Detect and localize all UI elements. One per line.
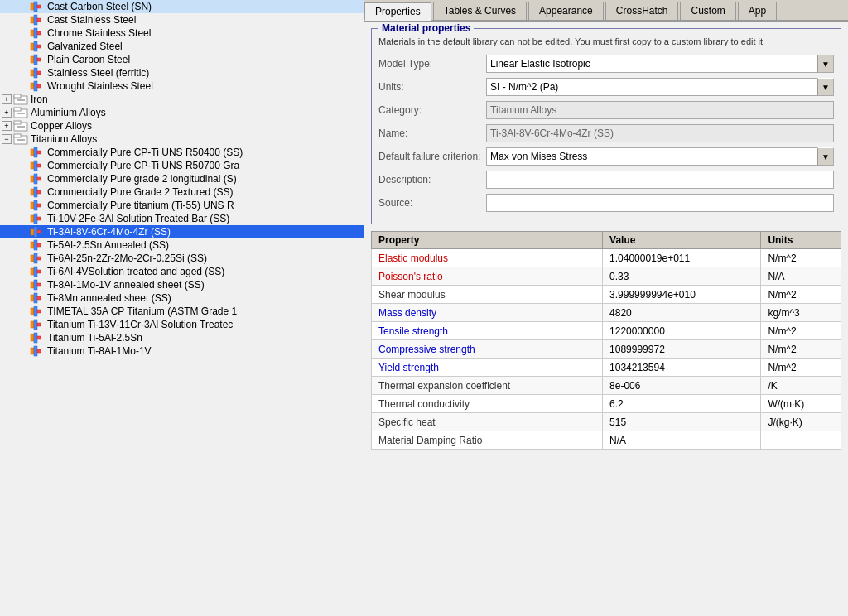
svg-rect-22: [14, 94, 21, 98]
svg-rect-2: [37, 5, 41, 8]
item-label: TIMETAL 35A CP Titanium (ASTM Grade 1: [47, 306, 237, 317]
name-row: Name:: [378, 124, 834, 142]
tree-item-aluminium-alloys[interactable]: + Aluminium Alloys: [0, 106, 364, 119]
table-row: Compressive strength1089999972N/m^2: [372, 340, 841, 359]
property-value-cell: 6.2: [603, 395, 761, 413]
svg-rect-5: [37, 18, 41, 22]
group-icon: [13, 94, 28, 105]
expand-btn-titanium-alloys[interactable]: −: [2, 134, 12, 144]
category-field[interactable]: [486, 101, 834, 119]
table-header-row: PropertyValueUnits: [372, 232, 841, 249]
svg-rect-76: [34, 333, 37, 343]
tree-item-copper-alloys[interactable]: + Copper Alloys: [0, 119, 364, 132]
tree-item-plain-carbon-steel[interactable]: Plain Carbon Steel: [0, 53, 364, 66]
svg-rect-28: [14, 121, 21, 124]
tree-item-timetal-35a[interactable]: TIMETAL 35A CP Titanium (ASTM Grade 1: [0, 305, 364, 318]
svg-rect-44: [37, 190, 41, 194]
name-control: [486, 124, 834, 142]
tree-item-cp-grade2-textured[interactable]: Commercially Pure Grade 2 Textured (SS): [0, 185, 364, 199]
tree-item-cast-stainless-steel[interactable]: Cast Stainless Steel: [0, 13, 364, 26]
svg-rect-33: [31, 149, 34, 156]
material-icon: [30, 80, 45, 92]
tree-item-ti-5al-25sn[interactable]: Ti-5Al-2.5Sn Annealed (SS): [0, 238, 364, 252]
item-label: Stainless Steel (ferritic): [47, 67, 149, 79]
tree-item-titanium-ti13v[interactable]: Titanium Ti-13V-11Cr-3Al Solution Treate…: [0, 318, 364, 331]
expand-btn-copper-alloys[interactable]: +: [2, 121, 12, 131]
group-icon: [13, 107, 28, 118]
tree-item-cp-grade2-long[interactable]: Commercially Pure grade 2 longitudinal (…: [0, 172, 364, 185]
model-type-value[interactable]: Linear Elastic Isotropic: [486, 55, 817, 73]
tree-item-chrome-stainless-steel[interactable]: Chrome Stainless Steel: [0, 26, 364, 40]
tree-item-ti-10v-2fe[interactable]: Ti-10V-2Fe-3Al Solution Treated Bar (SS): [0, 212, 364, 225]
item-label: Cast Stainless Steel: [47, 14, 136, 26]
tree-item-cp-titanium-ti55[interactable]: Commercially Pure titanium (Ti-55) UNS R: [0, 199, 364, 212]
tree-item-ti-6al-25n[interactable]: Ti-6Al-25n-2Zr-2Mo-2Cr-0.25Si (SS): [0, 252, 364, 265]
tab-crosshatch[interactable]: CrossHatch: [605, 2, 679, 20]
col-header-value: Value: [603, 232, 761, 249]
tab-appearance[interactable]: Appearance: [528, 2, 604, 20]
property-name-cell: Poisson's ratio: [372, 267, 603, 286]
table-row: Specific heat515J/(kg·K): [372, 413, 841, 431]
tab-app[interactable]: App: [738, 2, 777, 20]
expand-btn-iron[interactable]: +: [2, 94, 12, 104]
property-name-cell: Shear modulus: [372, 286, 603, 304]
source-field[interactable]: [486, 194, 834, 212]
item-label: Commercially Pure grade 2 longitudinal (…: [47, 173, 237, 185]
tree-item-wrought-stainless-steel[interactable]: Wrought Stainless Steel: [0, 79, 364, 93]
svg-rect-47: [37, 204, 41, 207]
units-dropdown-arrow[interactable]: ▼: [817, 78, 834, 96]
tree-item-cp-ti-r50400[interactable]: Commercially Pure CP-Ti UNS R50400 (SS): [0, 146, 364, 159]
model-type-row: Model Type: Linear Elastic Isotropic ▼: [378, 55, 834, 73]
tree-item-ti-8mn[interactable]: Ti-8Mn annealed sheet (SS): [0, 291, 364, 305]
units-control[interactable]: SI - N/m^2 (Pa) ▼: [486, 78, 834, 96]
svg-rect-75: [31, 334, 34, 341]
failure-row: Default failure criterion: Max von Mises…: [378, 147, 834, 166]
property-value-cell: 1220000000: [603, 322, 761, 340]
tree-item-iron[interactable]: + Iron: [0, 93, 364, 106]
group-icon: [13, 133, 28, 145]
svg-rect-58: [34, 253, 37, 263]
svg-rect-55: [34, 240, 37, 250]
name-field[interactable]: [486, 124, 834, 142]
tab-custom[interactable]: Custom: [680, 2, 735, 20]
tree-item-ti-6al-4v[interactable]: Ti-6Al-4VSolution treated and aged (SS): [0, 265, 364, 278]
svg-rect-41: [37, 177, 41, 180]
model-type-dropdown-arrow[interactable]: ▼: [817, 55, 834, 73]
svg-rect-80: [37, 349, 41, 353]
material-icon: [30, 239, 45, 251]
property-units-cell: N/m^2: [761, 322, 841, 340]
tree-item-cp-ti-r50700[interactable]: Commercially Pure CP-Ti UNS R50700 Gra: [0, 159, 364, 172]
tree-item-cast-carbon-steel[interactable]: Cast Carbon Steel (SN): [0, 0, 364, 13]
category-label: Category:: [378, 104, 486, 116]
item-label: Ti-6Al-25n-2Zr-2Mo-2Cr-0.25Si (SS): [47, 253, 207, 264]
failure-label: Default failure criterion:: [378, 151, 486, 162]
description-field[interactable]: [486, 171, 834, 189]
svg-rect-39: [31, 176, 34, 182]
tab-tables-curves[interactable]: Tables & Curves: [433, 2, 527, 20]
tree-item-titanium-ti5al[interactable]: Titanium Ti-5Al-2.5Sn: [0, 331, 364, 344]
svg-rect-54: [31, 242, 34, 248]
svg-rect-65: [37, 283, 41, 286]
left-panel: Cast Carbon Steel (SN) Cast Stainless St…: [0, 0, 364, 616]
tree-item-galvanized-steel[interactable]: Galvanized Steel: [0, 40, 364, 53]
tree-item-ti-8al-1mo[interactable]: Ti-8Al-1Mo-1V annealed sheet (SS): [0, 278, 364, 291]
table-row: Shear modulus3.999999994e+010N/m^2: [372, 286, 841, 304]
item-label: Titanium Alloys: [31, 133, 97, 145]
svg-rect-7: [34, 28, 37, 38]
tree-item-stainless-steel-ferritic[interactable]: Stainless Steel (ferritic): [0, 66, 364, 79]
units-value[interactable]: SI - N/m^2 (Pa): [486, 78, 817, 96]
source-row: Source:: [378, 194, 834, 212]
svg-rect-16: [34, 68, 37, 78]
tree-item-ti-3al-8v[interactable]: Ti-3Al-8V-6Cr-4Mo-4Zr (SS): [0, 225, 364, 238]
group-icon: [13, 120, 28, 132]
failure-control[interactable]: Max von Mises Stress ▼: [486, 147, 834, 166]
model-type-label: Model Type:: [378, 58, 486, 70]
svg-rect-56: [37, 243, 41, 247]
failure-dropdown-arrow[interactable]: ▼: [817, 147, 834, 166]
expand-btn-aluminium-alloys[interactable]: +: [2, 108, 12, 118]
tree-item-titanium-ti8al[interactable]: Titanium Ti-8Al-1Mo-1V: [0, 344, 364, 358]
tree-item-titanium-alloys[interactable]: − Titanium Alloys: [0, 132, 364, 146]
failure-value[interactable]: Max von Mises Stress: [486, 147, 817, 166]
tab-properties[interactable]: Properties: [364, 2, 431, 21]
model-type-control[interactable]: Linear Elastic Isotropic ▼: [486, 55, 834, 73]
